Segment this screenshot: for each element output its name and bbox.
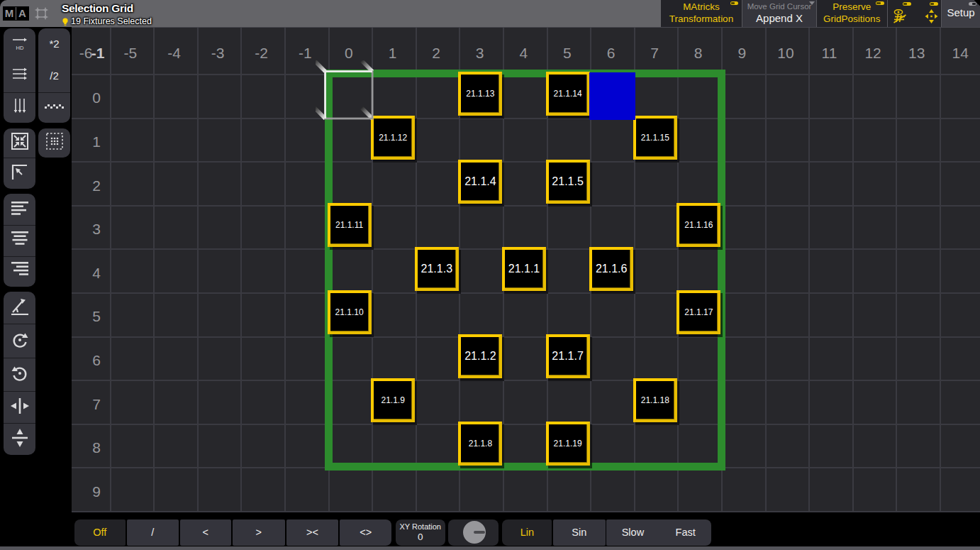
svg-text:HD: HD bbox=[16, 45, 23, 51]
